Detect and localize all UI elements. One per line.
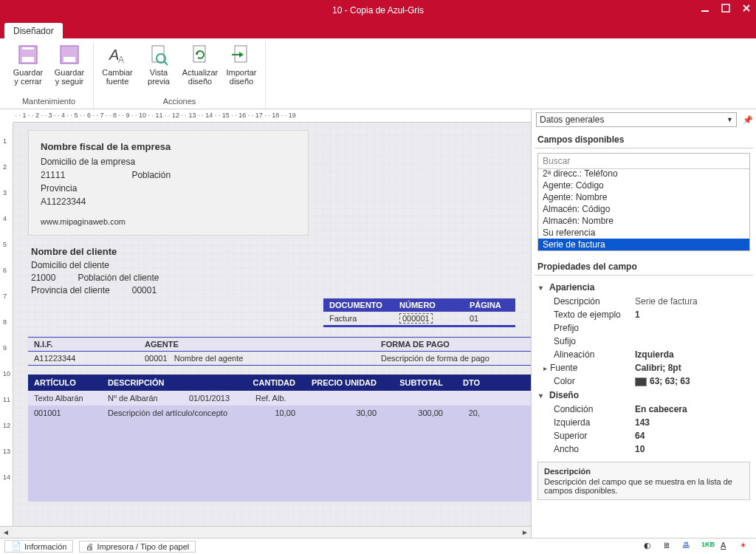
company-province: Provincia — [41, 183, 296, 194]
client-code: 00001 — [132, 285, 157, 295]
design-surface[interactable]: Nombre fiscal de la empresa Domicilio de… — [13, 123, 531, 526]
status-icon-1[interactable]: ◐ — [644, 541, 656, 553]
company-zip: 21111 — [41, 170, 65, 180]
client-block[interactable]: Nombre del cliente Domicilio del cliente… — [28, 246, 531, 295]
scroll-left-icon[interactable]: ◄ — [0, 528, 12, 536]
svg-rect-6 — [22, 47, 34, 49]
color-chip[interactable] — [635, 377, 647, 386]
client-province: Provincia del cliente — [31, 285, 110, 295]
group-design[interactable]: ▾Diseño — [537, 388, 750, 403]
company-block[interactable]: Nombre fiscal de la empresa Domicilio de… — [28, 130, 309, 236]
company-name: Nombre fiscal de la empresa — [41, 141, 296, 152]
field-item[interactable]: Agente: Nombre — [538, 191, 749, 203]
gh-subtotal: SUBTOTAL — [382, 375, 449, 391]
document-header[interactable]: DOCUMENTO NÚMERO PÁGINA Factura 000001 0… — [323, 298, 515, 327]
info-v-agname: Nombre del agente — [174, 354, 244, 363]
save-continue-icon — [58, 43, 81, 66]
doc-val-number-field[interactable]: 000001 — [399, 313, 433, 324]
info-h-agent: AGENTE — [139, 338, 375, 351]
status-printer-button[interactable]: 🖨Impresora / Tipo de papel — [79, 541, 196, 553]
info-v-agcode: 00001 — [145, 354, 168, 363]
design-canvas: /* ticks generated below via JS is fine … — [0, 109, 532, 538]
status-icon-2[interactable]: 🗎 — [663, 541, 675, 553]
status-icon-6[interactable]: ✶ — [740, 541, 752, 553]
field-item[interactable]: 2ª direcc.: Teléfono — [538, 169, 749, 179]
vertical-ruler: 1234567891011121314 — [0, 123, 13, 526]
info-row[interactable]: N.I.F. AGENTE FORMA DE PAGO A11223344 00… — [28, 337, 531, 366]
doc-val-page: 01 — [464, 312, 515, 325]
available-fields-title: Campos disponibles — [535, 130, 753, 148]
svg-rect-5 — [22, 57, 34, 62]
gh-quantity: CANTIDAD — [242, 375, 301, 391]
ribbon-group-actions: Acciones — [163, 95, 196, 109]
field-item[interactable]: Serie de factura — [538, 239, 749, 250]
company-address: Domicilio de la empresa — [41, 157, 296, 167]
refresh-icon — [188, 43, 212, 66]
preview-button[interactable]: Vista previa — [140, 41, 178, 87]
font-icon: AA — [106, 43, 129, 66]
window-title: 10 - Copia de Azul-Gris — [0, 5, 756, 16]
field-item[interactable]: Almacén: Nombre — [538, 215, 749, 227]
field-search-input[interactable]: Buscar — [538, 154, 749, 169]
grid-header[interactable]: ARTÍCULO DESCRIPCIÓN CANTIDAD PRECIO UNI… — [28, 375, 531, 391]
doc-col-page: PÁGINA — [464, 298, 515, 312]
change-font-button[interactable]: AA Cambiar fuente — [98, 41, 137, 87]
gh-description: DESCRIPCIÓN — [102, 375, 242, 391]
field-list[interactable]: 2ª direcc.: País2ª direcc.: Persona de c… — [538, 169, 749, 250]
client-name: Nombre del cliente — [31, 246, 531, 257]
status-info-button[interactable]: 📄Información — [4, 540, 73, 553]
company-city: Población — [131, 170, 171, 180]
scroll-right-icon[interactable]: ► — [519, 528, 531, 536]
client-zip: 21000 — [31, 273, 55, 283]
preview-icon — [147, 43, 171, 66]
title-bar: 10 - Copia de Azul-Gris — [0, 0, 756, 21]
save-close-button[interactable]: Guardar y cerrar — [9, 41, 47, 87]
doc-col-number: NÚMERO — [394, 298, 464, 312]
field-item[interactable]: Almacén: Código — [538, 203, 749, 215]
description-box: Descripción Descripción del campo que se… — [537, 462, 750, 500]
import-design-button[interactable]: Importar diseño — [222, 41, 261, 87]
svg-text:A: A — [118, 55, 124, 65]
pin-icon[interactable]: 📌 — [743, 115, 753, 125]
ribbon: Guardar y cerrar Guardar y seguir Manten… — [0, 38, 756, 109]
info-h-pay: FORMA DE PAGO — [375, 338, 523, 351]
company-nif: A11223344 — [41, 196, 296, 207]
data-section-combo[interactable]: Datos generales ▼ — [536, 112, 737, 127]
save-continue-button[interactable]: Guardar y seguir — [50, 41, 89, 87]
gh-discount: DTO — [449, 375, 486, 391]
status-icon-5[interactable]: A — [721, 541, 732, 553]
status-icon-3[interactable]: 🖶 — [682, 541, 694, 553]
status-icon-4[interactable]: 1KB — [701, 541, 713, 553]
client-city: Población del cliente — [78, 273, 159, 283]
doc-val-document: Factura — [323, 312, 394, 325]
info-v-nif: A11223344 — [28, 352, 139, 365]
close-button[interactable] — [741, 3, 752, 13]
field-item[interactable]: Su referencia — [538, 227, 749, 239]
import-icon — [230, 43, 253, 66]
minimize-button[interactable] — [700, 3, 710, 13]
save-close-icon — [16, 43, 40, 66]
horizontal-ruler: /* ticks generated below via JS is fine … — [13, 109, 531, 123]
client-address: Domicilio del cliente — [31, 260, 531, 270]
properties-panel: Datos generales ▼ 📌 Campos disponibles B… — [532, 109, 756, 538]
svg-rect-8 — [63, 57, 75, 62]
status-bar: 📄Información 🖨Impresora / Tipo de papel … — [0, 538, 756, 554]
update-design-button[interactable]: Actualizar diseño — [181, 41, 219, 87]
maximize-button[interactable] — [721, 3, 731, 13]
info-h-nif: N.I.F. — [28, 338, 139, 351]
tab-designer[interactable]: Diseñador — [4, 23, 63, 38]
company-web: www.mipaginaweb.com — [41, 217, 296, 226]
doc-col-document: DOCUMENTO — [323, 298, 394, 312]
gh-article: ARTÍCULO — [28, 375, 102, 391]
horizontal-scrollbar[interactable]: ◄ ► — [0, 526, 531, 538]
printer-icon: 🖨 — [86, 542, 94, 551]
group-appearance[interactable]: ▾Apariencia — [537, 280, 750, 295]
field-item[interactable]: Agente: Código — [538, 179, 749, 191]
field-properties-title: Propiedades del campo — [535, 257, 753, 276]
grid-row-item[interactable]: 001001 Descripción del artículo/concepto… — [28, 406, 531, 502]
gh-unitprice: PRECIO UNIDAD — [301, 375, 382, 391]
ribbon-group-maintenance: Mantenimiento — [22, 95, 75, 109]
grid-row-albaran[interactable]: Texto Albarán Nº de Albarán 01/01/2013 R… — [28, 391, 531, 406]
svg-rect-1 — [722, 4, 729, 12]
svg-line-13 — [164, 61, 168, 65]
